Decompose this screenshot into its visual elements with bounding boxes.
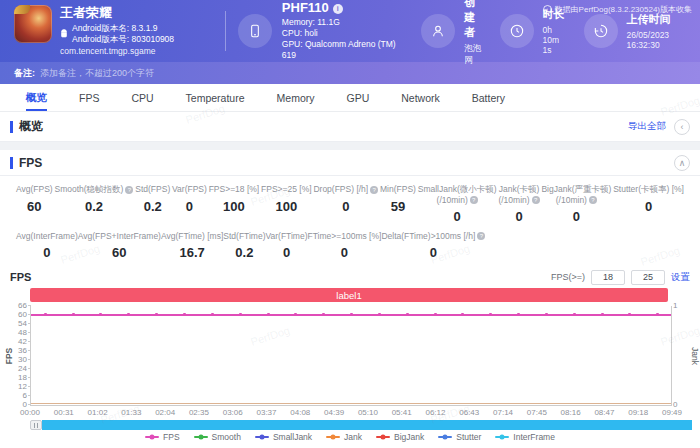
x-tick: 08:47	[594, 408, 614, 417]
x-tick: 08:16	[561, 408, 581, 417]
report-header: i 数据由PerfDog(8.3.2.230524)版本收集 王者荣耀 Andr…	[0, 0, 700, 62]
device-memory: Memory: 11.1G	[282, 17, 407, 28]
y-tick: 54	[3, 319, 27, 328]
stat-SmallJank(微小卡顿): SmallJank(微小卡顿)(/10min)?0	[418, 184, 497, 224]
note-input-bar[interactable]: 备注: 添加备注，不超过200个字符	[0, 62, 700, 84]
upload-time-card: 上传时间 26/05/2023 16:32:30	[584, 12, 686, 50]
x-tick: 01:02	[88, 408, 108, 417]
tab-Temperature[interactable]: Temperature	[170, 84, 261, 111]
x-tick: 06:12	[425, 408, 445, 417]
note-label: 备注:	[14, 67, 35, 80]
x-tick: 00:31	[54, 408, 74, 417]
device-gpu: GPU: Qualcomm Adreno (TM) 619	[282, 39, 407, 61]
stat-info-icon[interactable]: ?	[532, 196, 540, 204]
device-info-icon[interactable]: i	[333, 4, 343, 14]
export-all-link[interactable]: 导出全部	[628, 120, 666, 133]
panel-collapse-left-button[interactable]: ‹	[674, 119, 690, 135]
x-tick: 09:49	[662, 408, 682, 417]
stat-info-icon[interactable]: ?	[370, 186, 378, 194]
android-icon	[60, 29, 68, 38]
section-accent-bar	[10, 121, 13, 133]
creator-card: 创建者 泡泡网	[421, 0, 485, 67]
y-tick: 30	[3, 355, 27, 364]
legend-item-Stutter[interactable]: Stutter	[438, 432, 481, 442]
legend-item-InterFrame[interactable]: InterFrame	[495, 432, 555, 442]
stat-FTime>=100ms [%]: FTime>=100ms [%]0	[308, 230, 382, 260]
stat-Smooth(稳帧指数): Smooth(稳帧指数)?0.2	[55, 184, 134, 224]
stat-value: 0.2	[55, 199, 134, 214]
stat-FPS>=18 [%]: FPS>=18 [%]100	[209, 184, 260, 224]
creator-label: 创建者	[464, 0, 485, 40]
legend-marker	[145, 436, 159, 438]
legend-item-BigJank[interactable]: BigJank	[376, 432, 424, 442]
fps-stats-row-1: Avg(FPS)60Smooth(稳帧指数)?0.2Std(FPS)0.2Var…	[0, 176, 700, 228]
fps-chart-plot[interactable]: FPS Jank 061218243036424854606601	[30, 306, 672, 406]
stat-value: 60	[16, 199, 53, 214]
chart-annotation-band[interactable]: label1	[30, 288, 668, 302]
x-tick: 03:06	[223, 408, 243, 417]
stat-value: 0	[313, 199, 378, 214]
stat-value: 0	[613, 199, 684, 214]
stat-Drop(FPS) [/h]: Drop(FPS) [/h]?0	[313, 184, 378, 224]
stat-Min(FPS): Min(FPS)59	[380, 184, 416, 224]
x-axis: 00:0000:3101:0201:3302:0402:3503:0603:37…	[30, 408, 672, 418]
threshold-apply-link[interactable]: 设置	[671, 271, 690, 284]
legend-marker	[255, 436, 269, 438]
fps-section-title: FPS	[19, 156, 42, 170]
scrollbar-track[interactable]	[42, 420, 692, 430]
tab-FPS[interactable]: FPS	[63, 84, 115, 111]
legend-item-Jank[interactable]: Jank	[326, 432, 362, 442]
legend-item-SmallJank[interactable]: SmallJank	[255, 432, 312, 442]
stat-value: 16.7	[161, 245, 223, 260]
stat-value: 0	[308, 245, 382, 260]
x-tick: 07:14	[493, 408, 513, 417]
legend-marker	[326, 436, 340, 438]
stat-Std(FTime): Std(FTime)0.2	[223, 230, 265, 260]
fps-threshold-label: FPS(>=)	[551, 272, 585, 282]
stat-value: 0	[172, 199, 207, 214]
upload-time-icon	[584, 14, 618, 48]
fps-threshold-input-1[interactable]	[591, 270, 625, 285]
legend-marker	[438, 436, 452, 438]
stat-info-icon[interactable]: ?	[470, 196, 478, 204]
y-tick: 42	[3, 337, 27, 346]
scrollbar-handle[interactable]	[30, 420, 42, 430]
user-icon	[421, 14, 455, 48]
fps-threshold-input-2[interactable]	[631, 270, 665, 285]
tab-Battery[interactable]: Battery	[456, 84, 521, 111]
stat-value: 60	[78, 245, 161, 260]
stat-info-icon[interactable]: ?	[125, 186, 133, 194]
stat-value: 0	[418, 209, 497, 224]
stat-Avg(FPS+InterFrame): Avg(FPS+InterFrame)60	[78, 230, 161, 260]
stat-info-icon[interactable]: ?	[589, 196, 597, 204]
stat-value: 100	[261, 199, 312, 214]
y2-axis-title: Jank	[690, 347, 700, 365]
y2-tick: 1	[673, 301, 685, 310]
tab-Memory[interactable]: Memory	[261, 84, 331, 111]
stat-info-icon[interactable]: ?	[477, 232, 485, 240]
legend-item-FPS[interactable]: FPS	[145, 432, 180, 442]
y-tick: 24	[3, 364, 27, 373]
x-tick: 09:18	[628, 408, 648, 417]
stat-value: 0	[541, 209, 611, 224]
duration-value: 0h 10m 1s	[543, 25, 570, 55]
tab-CPU[interactable]: CPU	[115, 84, 169, 111]
fps-collapse-button[interactable]: ∧	[674, 155, 690, 171]
stat-value: 100	[209, 199, 260, 214]
x-tick: 04:08	[290, 408, 310, 417]
tab-GPU[interactable]: GPU	[330, 84, 385, 111]
series-line-FPS	[31, 314, 671, 316]
stat-value: 0	[16, 245, 78, 260]
tab-Network[interactable]: Network	[385, 84, 456, 111]
x-tick: 02:35	[189, 408, 209, 417]
section-accent-bar	[10, 157, 13, 169]
header-divider	[225, 11, 226, 51]
legend-marker	[495, 436, 509, 438]
x-tick: 07:45	[527, 408, 547, 417]
collector-version-note: i 数据由PerfDog(8.3.2.230524)版本收集	[543, 4, 692, 15]
legend-item-Smooth[interactable]: Smooth	[194, 432, 241, 442]
device-model: PHF110	[282, 0, 329, 17]
tab-概览[interactable]: 概览	[10, 84, 63, 111]
stat-value: 0	[381, 245, 485, 260]
chart-legend: FPSSmoothSmallJankJankBigJankStutterInte…	[0, 432, 700, 442]
